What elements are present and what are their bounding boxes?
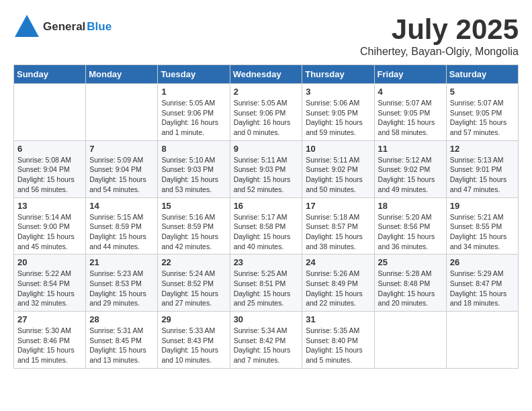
day-number: 26	[450, 257, 515, 267]
day-number: 29	[161, 314, 226, 324]
day-number: 14	[89, 201, 154, 211]
day-info: Sunrise: 5:13 AM Sunset: 9:01 PM Dayligh…	[450, 155, 515, 195]
day-info: Sunrise: 5:05 AM Sunset: 9:06 PM Dayligh…	[161, 98, 226, 138]
svg-marker-1	[16, 19, 38, 37]
day-number: 24	[306, 257, 370, 267]
day-info: Sunrise: 5:23 AM Sunset: 8:53 PM Dayligh…	[89, 269, 154, 308]
day-number: 6	[17, 144, 82, 154]
day-number: 13	[17, 201, 82, 211]
day-info: Sunrise: 5:06 AM Sunset: 9:05 PM Dayligh…	[306, 98, 370, 138]
calendar-cell: 24Sunrise: 5:26 AM Sunset: 8:49 PM Dayli…	[302, 255, 374, 312]
day-number: 21	[89, 257, 154, 267]
calendar-cell: 14Sunrise: 5:15 AM Sunset: 8:59 PM Dayli…	[86, 197, 158, 255]
day-number: 3	[306, 87, 370, 97]
calendar-cell: 23Sunrise: 5:25 AM Sunset: 8:51 PM Dayli…	[230, 255, 302, 312]
calendar-week-4: 20Sunrise: 5:22 AM Sunset: 8:54 PM Dayli…	[14, 255, 519, 312]
day-info: Sunrise: 5:07 AM Sunset: 9:05 PM Dayligh…	[378, 98, 443, 138]
calendar-cell: 3Sunrise: 5:06 AM Sunset: 9:05 PM Daylig…	[302, 84, 374, 141]
day-info: Sunrise: 5:18 AM Sunset: 8:57 PM Dayligh…	[306, 212, 370, 252]
day-number: 5	[450, 87, 515, 97]
calendar-cell: 22Sunrise: 5:24 AM Sunset: 8:52 PM Dayli…	[158, 255, 230, 312]
calendar-cell: 19Sunrise: 5:21 AM Sunset: 8:55 PM Dayli…	[446, 197, 518, 255]
day-info: Sunrise: 5:31 AM Sunset: 8:45 PM Dayligh…	[89, 326, 154, 365]
weekday-header-monday: Monday	[86, 65, 158, 84]
day-info: Sunrise: 5:21 AM Sunset: 8:55 PM Dayligh…	[450, 212, 515, 252]
day-number: 23	[234, 257, 299, 267]
day-number: 28	[89, 314, 154, 324]
calendar-title: July 2025	[360, 13, 519, 46]
calendar-cell: 9Sunrise: 5:11 AM Sunset: 9:03 PM Daylig…	[230, 140, 302, 197]
weekday-header-sunday: Sunday	[14, 65, 86, 84]
day-number: 18	[378, 201, 443, 211]
logo-icon	[13, 13, 40, 40]
day-number: 22	[161, 257, 226, 267]
day-info: Sunrise: 5:09 AM Sunset: 9:04 PM Dayligh…	[89, 155, 154, 195]
weekday-header-row: SundayMondayTuesdayWednesdayThursdayFrid…	[14, 65, 519, 84]
day-info: Sunrise: 5:34 AM Sunset: 8:42 PM Dayligh…	[234, 326, 299, 365]
day-number: 19	[450, 201, 515, 211]
calendar-cell: 15Sunrise: 5:16 AM Sunset: 8:59 PM Dayli…	[158, 197, 230, 255]
day-number: 7	[89, 144, 154, 154]
calendar-cell: 8Sunrise: 5:10 AM Sunset: 9:03 PM Daylig…	[158, 140, 230, 197]
calendar-week-1: 1Sunrise: 5:05 AM Sunset: 9:06 PM Daylig…	[14, 84, 519, 141]
day-info: Sunrise: 5:33 AM Sunset: 8:43 PM Dayligh…	[161, 326, 226, 365]
day-info: Sunrise: 5:35 AM Sunset: 8:40 PM Dayligh…	[306, 326, 370, 365]
calendar-cell: 7Sunrise: 5:09 AM Sunset: 9:04 PM Daylig…	[86, 140, 158, 197]
day-number: 27	[17, 314, 82, 324]
day-info: Sunrise: 5:12 AM Sunset: 9:02 PM Dayligh…	[378, 155, 443, 195]
calendar-cell: 20Sunrise: 5:22 AM Sunset: 8:54 PM Dayli…	[14, 255, 86, 312]
calendar-cell: 29Sunrise: 5:33 AM Sunset: 8:43 PM Dayli…	[158, 312, 230, 369]
day-number: 9	[234, 144, 299, 154]
day-number: 12	[450, 144, 515, 154]
calendar-location: Chihertey, Bayan-Olgiy, Mongolia	[360, 46, 519, 58]
day-info: Sunrise: 5:29 AM Sunset: 8:47 PM Dayligh…	[450, 269, 515, 308]
day-number: 8	[161, 144, 226, 154]
day-info: Sunrise: 5:08 AM Sunset: 9:04 PM Dayligh…	[17, 155, 82, 195]
calendar-cell: 30Sunrise: 5:34 AM Sunset: 8:42 PM Dayli…	[230, 312, 302, 369]
calendar-cell: 16Sunrise: 5:17 AM Sunset: 8:58 PM Dayli…	[230, 197, 302, 255]
calendar-week-5: 27Sunrise: 5:30 AM Sunset: 8:46 PM Dayli…	[14, 312, 519, 369]
calendar-cell: 21Sunrise: 5:23 AM Sunset: 8:53 PM Dayli…	[86, 255, 158, 312]
calendar-cell: 5Sunrise: 5:07 AM Sunset: 9:05 PM Daylig…	[446, 84, 518, 141]
day-number: 11	[378, 144, 443, 154]
calendar-cell: 31Sunrise: 5:35 AM Sunset: 8:40 PM Dayli…	[302, 312, 374, 369]
day-number: 25	[378, 257, 443, 267]
day-info: Sunrise: 5:30 AM Sunset: 8:46 PM Dayligh…	[17, 326, 82, 365]
day-info: Sunrise: 5:10 AM Sunset: 9:03 PM Dayligh…	[161, 155, 226, 195]
day-info: Sunrise: 5:25 AM Sunset: 8:51 PM Dayligh…	[234, 269, 299, 308]
day-info: Sunrise: 5:17 AM Sunset: 8:58 PM Dayligh…	[234, 212, 299, 252]
calendar-cell: 27Sunrise: 5:30 AM Sunset: 8:46 PM Dayli…	[14, 312, 86, 369]
calendar-cell: 26Sunrise: 5:29 AM Sunset: 8:47 PM Dayli…	[446, 255, 518, 312]
day-info: Sunrise: 5:24 AM Sunset: 8:52 PM Dayligh…	[161, 269, 226, 308]
calendar-cell: 6Sunrise: 5:08 AM Sunset: 9:04 PM Daylig…	[14, 140, 86, 197]
day-info: Sunrise: 5:26 AM Sunset: 8:49 PM Dayligh…	[306, 269, 370, 308]
day-info: Sunrise: 5:22 AM Sunset: 8:54 PM Dayligh…	[17, 269, 82, 308]
calendar-cell: 12Sunrise: 5:13 AM Sunset: 9:01 PM Dayli…	[446, 140, 518, 197]
weekday-header-saturday: Saturday	[446, 65, 518, 84]
day-info: Sunrise: 5:05 AM Sunset: 9:06 PM Dayligh…	[234, 98, 299, 138]
day-number: 16	[234, 201, 299, 211]
day-info: Sunrise: 5:15 AM Sunset: 8:59 PM Dayligh…	[89, 212, 154, 252]
title-block: July 2025 Chihertey, Bayan-Olgiy, Mongol…	[360, 13, 519, 58]
calendar-cell	[86, 84, 158, 141]
calendar-cell	[374, 312, 446, 369]
day-number: 20	[17, 257, 82, 267]
day-info: Sunrise: 5:07 AM Sunset: 9:05 PM Dayligh…	[450, 98, 515, 138]
weekday-header-wednesday: Wednesday	[230, 65, 302, 84]
day-info: Sunrise: 5:14 AM Sunset: 9:00 PM Dayligh…	[17, 212, 82, 252]
day-number: 4	[378, 87, 443, 97]
calendar-week-2: 6Sunrise: 5:08 AM Sunset: 9:04 PM Daylig…	[14, 140, 519, 197]
calendar-cell: 17Sunrise: 5:18 AM Sunset: 8:57 PM Dayli…	[302, 197, 374, 255]
day-info: Sunrise: 5:20 AM Sunset: 8:56 PM Dayligh…	[378, 212, 443, 252]
day-number: 2	[234, 87, 299, 97]
day-number: 30	[234, 314, 299, 324]
calendar-week-3: 13Sunrise: 5:14 AM Sunset: 9:00 PM Dayli…	[14, 197, 519, 255]
day-info: Sunrise: 5:16 AM Sunset: 8:59 PM Dayligh…	[161, 212, 226, 252]
day-number: 1	[161, 87, 226, 97]
calendar-cell: 10Sunrise: 5:11 AM Sunset: 9:02 PM Dayli…	[302, 140, 374, 197]
calendar-cell: 2Sunrise: 5:05 AM Sunset: 9:06 PM Daylig…	[230, 84, 302, 141]
page-header: General Blue July 2025 Chihertey, Bayan-…	[13, 13, 519, 58]
day-number: 10	[306, 144, 370, 154]
day-info: Sunrise: 5:28 AM Sunset: 8:48 PM Dayligh…	[378, 269, 443, 308]
day-number: 15	[161, 201, 226, 211]
